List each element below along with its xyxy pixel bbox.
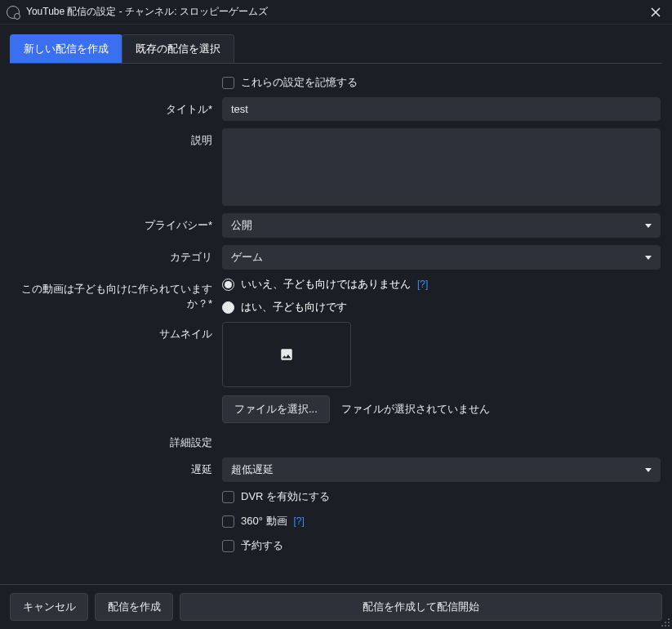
kids-help-link[interactable]: [?] [417, 279, 428, 290]
create-button[interactable]: 配信を作成 [95, 593, 173, 621]
advanced-section-title: 詳細設定 [11, 430, 222, 450]
latency-value: 超低遅延 [231, 462, 274, 477]
remember-checkbox[interactable] [222, 77, 234, 89]
v360-checkbox[interactable] [222, 515, 234, 528]
category-label: カテゴリ [11, 245, 222, 265]
close-button[interactable] [646, 2, 665, 22]
svg-point-4 [665, 625, 666, 627]
svg-point-5 [668, 625, 670, 627]
svg-point-0 [668, 618, 670, 620]
title-label: タイトル* [11, 97, 222, 117]
file-select-button[interactable]: ファイルを選択... [222, 395, 330, 423]
privacy-select[interactable]: 公開 [222, 213, 661, 238]
category-select[interactable]: ゲーム [222, 245, 661, 270]
footer: キャンセル 配信を作成 配信を作成して配信開始 [0, 584, 672, 629]
v360-label: 360° 動画 [241, 514, 287, 529]
form-content: これらの設定を記憶する タイトル* 説明 プライバシー* 公開 カテゴリ ゲーム [0, 64, 672, 553]
tab-existing-stream[interactable]: 既存の配信を選択 [122, 34, 234, 63]
image-icon [279, 347, 294, 362]
chevron-down-icon [645, 224, 652, 228]
thumbnail-preview [222, 322, 351, 387]
window-title: YouTube 配信の設定 - チャンネル: スロッピーゲームズ [26, 5, 646, 19]
svg-point-1 [665, 622, 666, 623]
v360-checkbox-row[interactable]: 360° 動画 [?] [222, 514, 305, 529]
description-label: 説明 [11, 128, 222, 148]
schedule-checkbox[interactable] [222, 540, 234, 552]
svg-point-2 [668, 622, 670, 623]
privacy-label: プライバシー* [11, 213, 222, 233]
dvr-checkbox[interactable] [222, 491, 234, 503]
cancel-button[interactable]: キャンセル [10, 593, 88, 621]
obs-icon [7, 6, 20, 19]
resize-grip-icon[interactable] [661, 618, 670, 627]
dvr-checkbox-row[interactable]: DVR を有効にする [222, 489, 330, 504]
thumbnail-label: サムネイル [11, 322, 222, 341]
category-value: ゲーム [231, 250, 263, 265]
kids-label: この動画は子ども向けに作られていますか？* [11, 277, 222, 311]
chevron-down-icon [645, 468, 652, 472]
kids-yes-radio-row[interactable]: はい、子ども向けです [222, 300, 347, 314]
remember-checkbox-row[interactable]: これらの設定を記憶する [222, 75, 358, 90]
schedule-label: 予約する [241, 538, 283, 553]
kids-no-radio[interactable] [222, 279, 234, 291]
dvr-label: DVR を有効にする [241, 489, 330, 504]
svg-point-3 [661, 625, 663, 627]
latency-select[interactable]: 超低遅延 [222, 457, 661, 482]
tabs: 新しい配信を作成 既存の配信を選択 [0, 25, 672, 63]
kids-no-radio-row[interactable]: いいえ、子ども向けではありません [?] [222, 277, 428, 292]
schedule-checkbox-row[interactable]: 予約する [222, 538, 283, 553]
tab-new-stream[interactable]: 新しい配信を作成 [10, 34, 122, 63]
latency-label: 遅延 [11, 457, 222, 477]
create-and-start-button[interactable]: 配信を作成して配信開始 [180, 593, 662, 621]
kids-yes-radio[interactable] [222, 301, 234, 314]
chevron-down-icon [645, 256, 652, 260]
file-none-text: ファイルが選択されていません [341, 402, 490, 417]
kids-yes-label: はい、子ども向けです [241, 300, 347, 314]
titlebar: YouTube 配信の設定 - チャンネル: スロッピーゲームズ [0, 0, 672, 25]
privacy-value: 公開 [231, 218, 252, 233]
remember-label: これらの設定を記憶する [241, 75, 358, 90]
title-input[interactable] [222, 97, 661, 121]
kids-no-label: いいえ、子ども向けではありません [241, 277, 411, 292]
close-icon [651, 7, 661, 17]
v360-help-link[interactable]: [?] [294, 515, 305, 527]
description-textarea[interactable] [222, 128, 661, 206]
